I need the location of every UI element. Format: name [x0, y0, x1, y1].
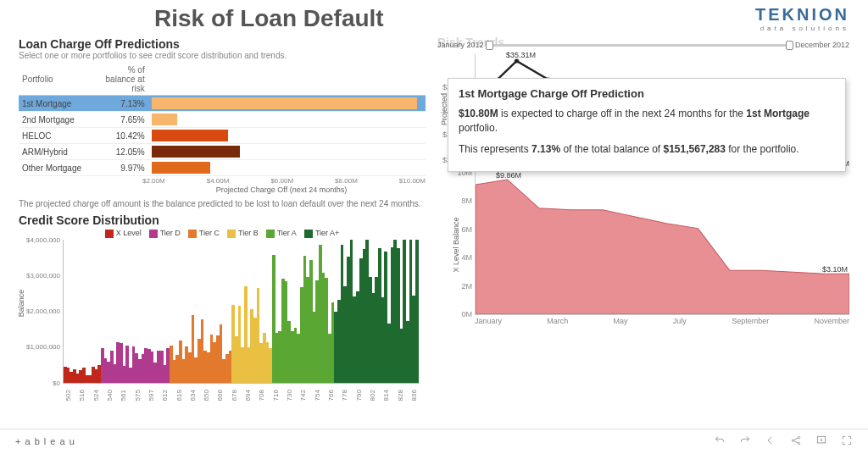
- portfolio-row-1[interactable]: 2nd Mortgage7.65%: [19, 112, 426, 128]
- undo-icon[interactable]: [714, 435, 726, 448]
- risk-trends-title: Risk Trends: [437, 36, 504, 49]
- slider-track[interactable]: [487, 44, 792, 47]
- predictions-x-label: Projected Charge Off (next 24 months): [19, 185, 426, 194]
- col-pct: % of balance at risk: [102, 64, 148, 96]
- portfolio-row-2[interactable]: HELOC10.42%: [19, 128, 426, 144]
- predictions-table: Portfolio % of balance at risk 1st Mortg…: [19, 64, 426, 176]
- revert-icon[interactable]: [765, 435, 776, 448]
- credit-score-chart[interactable]: Balance $0$1,000,000$2,000,000$3,000,000…: [63, 240, 419, 384]
- brand-logo: TEKNION data solutions: [755, 5, 849, 32]
- page-title: Risk of Loan Default: [154, 5, 384, 32]
- portfolio-row-4[interactable]: Other Mortgage9.97%: [19, 160, 426, 176]
- area-start-label: $9.86M: [496, 171, 521, 180]
- risk-x-axis: JanuaryMarchMayJulySeptemberNovember: [475, 317, 849, 325]
- predictions-subtitle: Select one or more portfolios to see cre…: [19, 51, 426, 60]
- footer-toolbar: + a b l e a u: [0, 429, 868, 452]
- area-end-label: $3.10M: [822, 265, 848, 274]
- credit-score-x-axis: 5025165245405615755976126196346506666786…: [63, 384, 419, 400]
- fullscreen-icon[interactable]: [841, 435, 853, 448]
- risk-area-chart[interactable]: X Level Balance 0M2M4M6M8M10M $9.86M $3.…: [475, 173, 849, 315]
- download-icon[interactable]: [815, 435, 827, 448]
- share-icon[interactable]: [790, 435, 802, 448]
- credit-score-legend: X LevelTier DTier CTier BTier ATier A+: [19, 229, 426, 238]
- predictions-x-axis: $2.00M$4.00M$6.00M$8.00M$10.00M: [19, 177, 426, 185]
- header: Risk of Loan Default TEKNION data soluti…: [19, 5, 849, 32]
- predictions-note: The projected charge off amount is the b…: [19, 199, 426, 208]
- svg-marker-12: [476, 180, 849, 314]
- svg-point-14: [798, 436, 799, 438]
- tableau-logo: + a b l e a u: [15, 436, 75, 446]
- slider-handle-start[interactable]: [486, 41, 493, 50]
- predictions-title: Loan Charge Off Predictions: [19, 37, 426, 51]
- line-peak-label: $35.31M: [506, 51, 536, 59]
- portfolio-row-0[interactable]: 1st Mortgage7.13%: [19, 96, 426, 112]
- risk-area-svg: [476, 173, 849, 314]
- prediction-tooltip: 1st Mortgage Charge Off Prediction $10.8…: [448, 78, 846, 172]
- svg-point-1: [515, 59, 520, 64]
- redo-icon[interactable]: [739, 435, 751, 448]
- svg-point-15: [798, 442, 799, 444]
- slider-handle-end[interactable]: [786, 41, 793, 50]
- portfolio-row-3[interactable]: ARM/Hybrid12.05%: [19, 144, 426, 160]
- credit-score-title: Credit Score Distribution: [19, 213, 426, 227]
- svg-point-13: [792, 439, 793, 440]
- col-portfolio: Portfolio: [19, 64, 102, 96]
